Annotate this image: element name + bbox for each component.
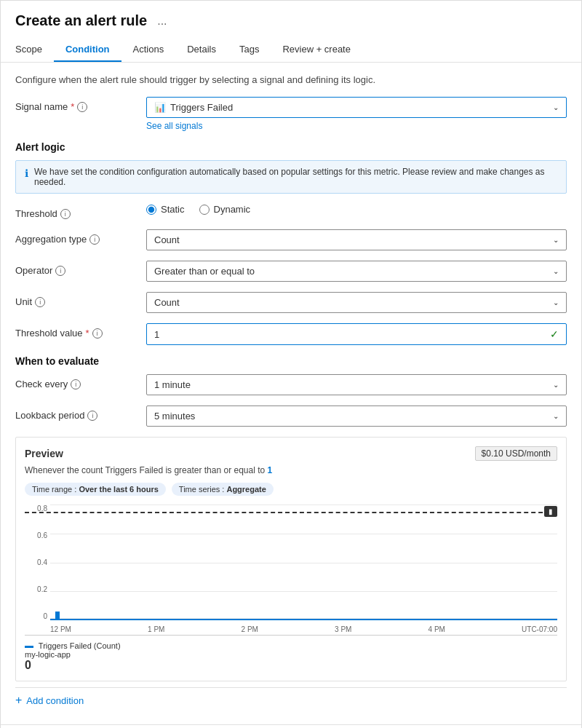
when-to-evaluate-heading: When to evaluate bbox=[15, 355, 567, 367]
x-label-12pm: 12 PM bbox=[50, 625, 71, 633]
signal-label-text: Signal name bbox=[15, 101, 68, 112]
signal-info-icon[interactable]: i bbox=[77, 102, 87, 112]
unit-label: Unit i bbox=[15, 292, 146, 307]
aggregation-value: Count bbox=[154, 234, 553, 245]
threshold-static-option[interactable]: Static bbox=[146, 204, 185, 215]
threshold-static-radio[interactable] bbox=[146, 205, 156, 215]
check-every-row: Check every i 1 minute ⌄ bbox=[15, 374, 567, 395]
threshold-check-icon: ✓ bbox=[550, 328, 559, 340]
lookback-dropdown[interactable]: 5 minutes ⌄ bbox=[146, 405, 567, 427]
legend-name: Triggers Failed (Count) bbox=[39, 641, 121, 650]
unit-row: Unit i Count ⌄ bbox=[15, 292, 567, 313]
threshold-value-input[interactable]: 1 ✓ bbox=[146, 323, 567, 345]
legend-app: my-logic-app bbox=[25, 650, 557, 659]
tab-scope[interactable]: Scope bbox=[15, 38, 54, 62]
y-label-4: 0 bbox=[43, 612, 47, 620]
y-label-0: 0.8 bbox=[37, 505, 47, 513]
x-label-2pm: 2 PM bbox=[242, 625, 258, 633]
unit-value: Count bbox=[154, 297, 553, 308]
ellipsis-button[interactable]: ... bbox=[153, 13, 171, 29]
check-every-info-icon[interactable]: i bbox=[71, 379, 81, 389]
lookback-label-text: Lookback period bbox=[15, 410, 84, 421]
check-every-value: 1 minute bbox=[154, 379, 553, 390]
tag-pills: Time range : Over the last 6 hours Time … bbox=[25, 483, 557, 496]
operator-value: Greater than or equal to bbox=[154, 266, 553, 277]
signal-name-control: 📊 Triggers Failed ⌄ See all signals bbox=[146, 97, 567, 131]
legend-value: 0 bbox=[25, 659, 557, 672]
threshold-value-control: 1 ✓ bbox=[146, 323, 567, 345]
threshold-value-text: 1 bbox=[154, 329, 159, 340]
signal-name-dropdown[interactable]: 📊 Triggers Failed ⌄ bbox=[146, 97, 567, 118]
chart-area: ▮ 0.8 0.6 0.4 0.2 0 bbox=[25, 505, 557, 636]
chart-baseline bbox=[50, 619, 557, 620]
subtitle-text: Configure when the alert rule should tri… bbox=[15, 74, 567, 85]
grid-line-3 bbox=[50, 591, 557, 592]
tab-review-create[interactable]: Review + create bbox=[271, 38, 362, 62]
threshold-dynamic-option[interactable]: Dynamic bbox=[199, 204, 251, 215]
threshold-required-star: * bbox=[86, 328, 89, 339]
unit-dropdown[interactable]: Count ⌄ bbox=[146, 292, 567, 313]
see-all-signals-link[interactable]: See all signals bbox=[146, 121, 202, 131]
threshold-static-label: Static bbox=[161, 204, 185, 215]
threshold-value-row: Threshold value * i 1 ✓ bbox=[15, 323, 567, 345]
x-label-4pm: 4 PM bbox=[428, 625, 445, 633]
tab-tags[interactable]: Tags bbox=[228, 38, 271, 62]
lookback-info-icon[interactable]: i bbox=[87, 411, 97, 421]
signal-name-label: Signal name * i bbox=[15, 97, 146, 112]
grid-line-1 bbox=[50, 534, 557, 534]
operator-label-text: Operator bbox=[15, 265, 52, 276]
aggregation-type-row: Aggregation type i Count ⌄ bbox=[15, 229, 567, 250]
chart-legend: Triggers Failed (Count) my-logic-app 0 bbox=[25, 641, 557, 672]
threshold-label: Threshold i bbox=[15, 204, 146, 219]
aggregation-dropdown[interactable]: Count ⌄ bbox=[146, 229, 567, 250]
operator-dropdown-arrow: ⌄ bbox=[553, 267, 559, 275]
chart-bar bbox=[55, 612, 60, 620]
operator-control: Greater than or equal to ⌄ bbox=[146, 261, 567, 282]
lookback-value: 5 minutes bbox=[154, 411, 553, 422]
lookback-control: 5 minutes ⌄ bbox=[146, 405, 567, 427]
threshold-options: Static Dynamic bbox=[146, 204, 567, 215]
aggregation-info-icon[interactable]: i bbox=[89, 234, 100, 245]
threshold-value-info-icon[interactable]: i bbox=[92, 328, 103, 339]
threshold-value-label: Threshold value * i bbox=[15, 323, 146, 339]
tab-details[interactable]: Details bbox=[175, 38, 228, 62]
check-every-label-text: Check every bbox=[15, 379, 68, 389]
time-range-pill[interactable]: Time range : Over the last 6 hours bbox=[25, 483, 166, 496]
operator-info-icon[interactable]: i bbox=[55, 266, 65, 276]
add-condition-label: Add condition bbox=[26, 695, 84, 706]
y-label-3: 0.2 bbox=[37, 585, 47, 593]
chart-y-labels: 0.8 0.6 0.4 0.2 0 bbox=[25, 505, 50, 620]
signal-dropdown-arrow: ⌄ bbox=[553, 103, 559, 111]
add-condition-plus-icon: + bbox=[15, 694, 22, 707]
preview-header: Preview $0.10 USD/month bbox=[25, 446, 557, 461]
check-every-arrow: ⌄ bbox=[553, 381, 559, 389]
threshold-dynamic-radio[interactable] bbox=[199, 205, 210, 215]
unit-control: Count ⌄ bbox=[146, 292, 567, 313]
signal-name-value: Triggers Failed bbox=[170, 102, 553, 113]
y-label-2: 0.4 bbox=[37, 558, 47, 566]
tab-actions[interactable]: Actions bbox=[121, 38, 176, 62]
add-condition-row[interactable]: + Add condition bbox=[15, 687, 567, 713]
time-series-pill[interactable]: Time series : Aggregate bbox=[172, 483, 274, 496]
x-label-1pm: 1 PM bbox=[148, 625, 164, 633]
legend-row: Triggers Failed (Count) bbox=[25, 641, 557, 650]
aggregation-dropdown-arrow: ⌄ bbox=[553, 236, 559, 244]
check-every-dropdown[interactable]: 1 minute ⌄ bbox=[146, 374, 567, 395]
x-label-3pm: 3 PM bbox=[335, 625, 351, 633]
signal-name-row: Signal name * i 📊 Triggers Failed ⌄ See … bbox=[15, 97, 567, 131]
unit-info-icon[interactable]: i bbox=[35, 297, 45, 307]
lookback-arrow: ⌄ bbox=[553, 412, 559, 420]
legend-color-swatch bbox=[25, 646, 33, 648]
threshold-info-icon[interactable]: i bbox=[60, 209, 71, 219]
info-banner-text: We have set the condition configuration … bbox=[34, 167, 557, 187]
tab-condition[interactable]: Condition bbox=[54, 38, 121, 62]
lookback-label: Lookback period i bbox=[15, 405, 146, 421]
preview-description: Whenever the count Triggers Failed is gr… bbox=[25, 465, 557, 475]
cost-badge: $0.10 USD/month bbox=[475, 446, 557, 461]
operator-dropdown[interactable]: Greater than or equal to ⌄ bbox=[146, 261, 567, 282]
check-every-label: Check every i bbox=[15, 374, 146, 389]
time-series-pill-label: Time series : bbox=[179, 485, 225, 494]
page-title: Create an alert rule bbox=[15, 12, 147, 29]
operator-row: Operator i Greater than or equal to ⌄ bbox=[15, 261, 567, 282]
nav-tabs: Scope Condition Actions Details Tags Rev… bbox=[15, 38, 567, 62]
